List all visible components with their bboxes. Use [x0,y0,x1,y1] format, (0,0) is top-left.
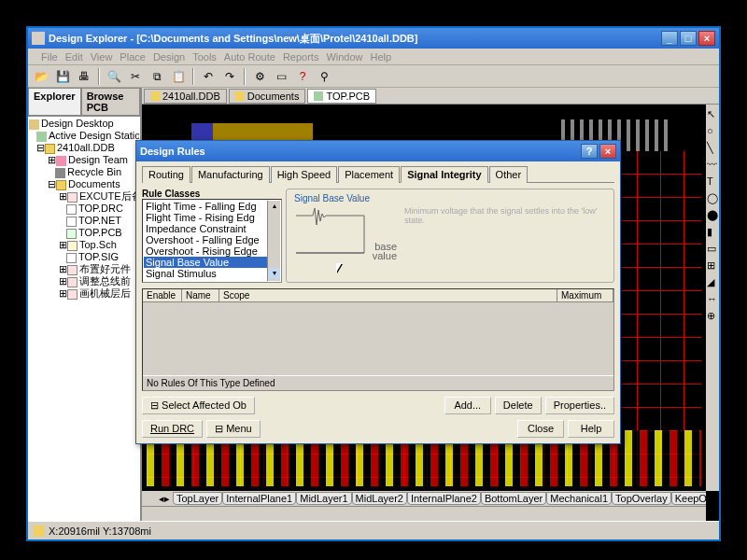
layer-tab[interactable]: MidLayer1 [296,492,351,505]
rule-class-item[interactable]: Overshoot - Falling Edge [144,234,267,245]
rtool-origin-icon[interactable]: ⊕ [707,310,718,321]
tree-docs: ⊟Documents [29,178,139,190]
dialog-help-icon[interactable]: ? [581,144,598,159]
menu-window[interactable]: Window [326,51,362,63]
tree-item: ⊞画机械层后 [29,287,139,300]
rtool-arrow-icon[interactable]: ↖ [707,108,718,119]
layer-tab[interactable]: KeepOutLayer [671,492,706,505]
doc-tab-toppcb[interactable]: TOP.PCB [307,89,376,104]
tool-redo-icon[interactable]: ↷ [220,67,239,86]
tool-paste-icon[interactable]: 📋 [169,67,188,86]
tree-item: TOP.NET [29,215,139,227]
col-enable[interactable]: Enable [143,289,182,301]
maximize-button[interactable]: □ [680,31,697,46]
preview-description: Minimum voltage that the signal settles … [404,206,606,262]
rtool-rect-icon[interactable]: ▭ [707,243,718,254]
tool-zoom-icon[interactable]: 🔍 [105,67,123,86]
rule-class-item[interactable]: Flight Time - Falling Edg [144,201,267,212]
rtool-curve-icon[interactable]: 〰 [707,159,718,170]
tab-placement[interactable]: Placement [338,166,400,183]
help-button[interactable]: Help [568,420,614,438]
status-icon [34,525,45,537]
tool-open-icon[interactable]: 📂 [32,67,50,86]
tool-save-icon[interactable]: 💾 [53,67,72,86]
dialog-title-bar[interactable]: Design Rules ? × [136,141,620,161]
rtool-dim-icon[interactable]: ↔ [707,293,718,304]
tab-explorer[interactable]: Explorer [28,88,81,116]
tool-cut-icon[interactable]: ✂ [126,67,145,86]
tab-high-speed[interactable]: High Speed [271,166,338,183]
close-button[interactable]: Close [517,420,564,438]
rtool-pad-icon[interactable]: ◯ [707,192,718,203]
design-rules-dialog: Design Rules ? × Routing Manufacturing H… [135,140,621,444]
layer-tab[interactable]: TopOverlay [612,492,671,505]
menu-place[interactable]: Place [120,51,146,63]
rules-table-body[interactable] [143,302,613,375]
tool-search-icon[interactable]: ⚲ [315,67,333,86]
list-scrollbar[interactable] [267,201,280,281]
layer-tab[interactable]: MidLayer2 [352,492,407,505]
menu-design[interactable]: Design [153,51,185,63]
tab-browse-pcb[interactable]: Browse PCB [81,88,140,116]
menu-file[interactable]: File [41,51,58,63]
tool-undo-icon[interactable]: ↶ [199,67,218,86]
menu-view[interactable]: View [91,51,113,63]
rtool-line-icon[interactable]: ╲ [707,142,718,153]
minimize-button[interactable]: _ [661,31,678,46]
doc-tab-ddb[interactable]: 2410all.DDB [144,89,227,104]
rtool-circle-icon[interactable]: ○ [707,125,718,136]
tool-copy-icon[interactable]: ⧉ [148,67,166,86]
menu-bar: File Edit View Place Design Tools Auto R… [28,49,719,65]
run-drc-button[interactable]: Run DRC [142,420,203,438]
tool-help-icon[interactable]: ? [293,67,312,86]
rtool-text-icon[interactable]: T [707,175,718,187]
tool-print-icon[interactable]: 🖶 [75,67,93,86]
rtool-poly-icon[interactable]: ◢ [707,276,718,287]
col-maximum[interactable]: Maximum [557,289,613,301]
layer-tab[interactable]: InternalPlane1 [222,492,296,505]
tab-routing[interactable]: Routing [142,166,190,183]
add-button[interactable]: Add... [444,397,491,414]
col-name[interactable]: Name [182,289,219,301]
dialog-close-icon[interactable]: × [599,144,616,159]
tree-item: ⊞调整总线前 [29,275,139,287]
rule-class-item-selected[interactable]: Signal Base Value [144,257,267,268]
tool-settings-icon[interactable]: ⚙ [250,67,269,86]
rtool-comp-icon[interactable]: ⊞ [707,259,718,271]
menu-tools[interactable]: Tools [192,51,217,63]
rule-class-item[interactable]: Impedance Constraint [144,223,267,234]
rule-preview-box: Signal Base Value base value [286,189,614,283]
col-scope[interactable]: Scope [219,289,557,301]
menu-autoroute[interactable]: Auto Route [224,51,275,63]
rtool-via-icon[interactable]: ⬤ [707,209,718,220]
close-button[interactable]: × [698,31,715,46]
menu-reports[interactable]: Reports [283,51,319,63]
dialog-title: Design Rules [140,146,579,157]
tab-manufacturing[interactable]: Manufacturing [191,166,270,183]
explorer-tree[interactable]: Design Desktop Active Design Station ⊟24… [28,117,140,521]
delete-button[interactable]: Delete [495,397,542,414]
horizontal-scrollbar[interactable] [142,506,706,521]
rule-class-item[interactable]: Flight Time - Rising Edg [144,212,267,223]
tab-signal-integrity[interactable]: Signal Integrity [401,166,487,183]
menu-button[interactable]: ⊟ Menu [206,420,261,438]
document-tabs: 2410all.DDB Documents TOP.PCB [142,88,719,105]
layer-tab[interactable]: Mechanical1 [546,492,612,505]
doc-tab-documents[interactable]: Documents [229,89,306,104]
rule-class-item[interactable]: Overshoot - Rising Edge [144,245,267,257]
layer-tab[interactable]: TopLayer [173,492,222,505]
layer-tab[interactable]: InternalPlane2 [407,492,481,505]
tab-other[interactable]: Other [489,166,529,183]
rule-class-item[interactable]: Signal Stimulus [144,268,267,279]
rules-table: Enable Name Scope Maximum No Rules Of Th… [142,288,614,391]
right-toolbar: ↖ ○ ╲ 〰 T ◯ ⬤ ▮ ▭ ⊞ ◢ ↔ ⊕ [706,105,719,491]
layer-tab[interactable]: BottomLayer [481,492,546,505]
properties-button[interactable]: Properties.. [545,397,614,414]
menu-edit[interactable]: Edit [65,51,83,63]
menu-help[interactable]: Help [371,51,392,63]
rule-classes-list[interactable]: Flight Time - Falling Edg Flight Time - … [142,199,282,283]
rtool-fill-icon[interactable]: ▮ [707,226,718,237]
tree-item: TOP.DRC [29,203,139,215]
select-affected-button[interactable]: ⊟ Select Affected Ob [142,397,255,414]
tool-browse-icon[interactable]: ▭ [272,67,290,86]
